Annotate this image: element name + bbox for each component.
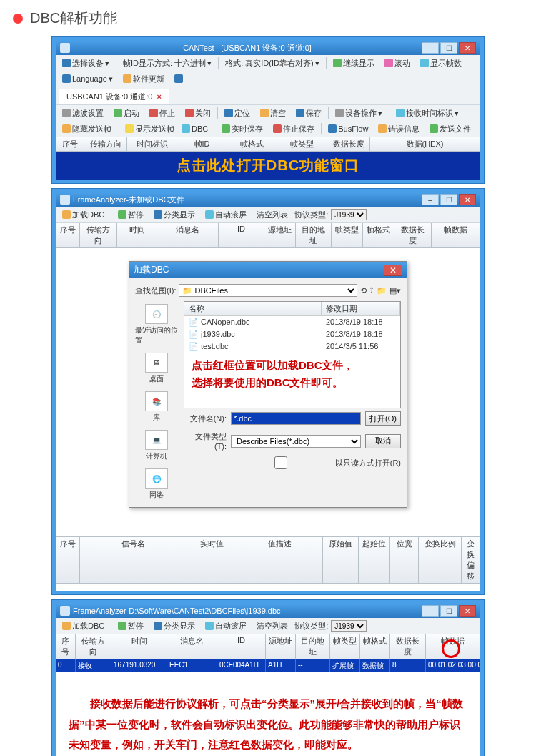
proto-select[interactable]: J1939: [331, 620, 367, 632]
help-button[interactable]: [171, 72, 187, 85]
file-row[interactable]: 📄 CANopen.dbc2013/8/19 18:18: [184, 316, 400, 328]
device-ops-button[interactable]: 设备操作▾: [332, 107, 386, 119]
stop-save-button[interactable]: 停止保存: [269, 122, 318, 135]
save-button[interactable]: 保存: [292, 107, 325, 119]
close-button[interactable]: ✕: [459, 605, 476, 617]
maximize-button[interactable]: ☐: [440, 42, 457, 54]
highlight-circle-icon: [442, 639, 460, 658]
back-icon[interactable]: ⟲: [360, 286, 367, 295]
continue-button[interactable]: 继续显示: [329, 57, 378, 69]
dbc-button[interactable]: DBC: [179, 122, 211, 135]
page-title: DBC解析功能: [30, 9, 117, 28]
proto-label: 协议类型:: [294, 210, 328, 220]
readonly-label: 以只读方式打开(R): [335, 458, 401, 468]
app-icon: [60, 43, 70, 53]
busflow-button[interactable]: BusFlow: [324, 122, 372, 135]
col-type[interactable]: 帧类型: [277, 137, 327, 151]
column-headers: 序号 传输方向 时间 消息名 ID 源地址 目的地址 帧类型 帧格式 数据长度 …: [56, 223, 480, 248]
file-row[interactable]: 📄 test.dbc2014/3/5 11:56: [184, 340, 400, 353]
col-len[interactable]: 数据长度: [327, 137, 370, 151]
col-dir[interactable]: 传输方向: [84, 137, 127, 151]
maximize-button[interactable]: ☐: [440, 194, 457, 205]
language-button[interactable]: Language▾: [59, 72, 116, 85]
show-tx-button[interactable]: 显示发送帧: [122, 122, 177, 135]
toolbar-1: 选择设备▾ 帧ID显示方式: 十六进制 ▾ 格式: 真实ID(ID靠右对齐) ▾…: [56, 55, 480, 87]
column-headers: 序号 传输方向 时间 消息名 ID 源地址 目的地址 帧类型 帧格式 数据长度 …: [56, 634, 480, 659]
view-icon[interactable]: ▤▾: [389, 286, 401, 295]
autoscroll-button[interactable]: 自动滚屏: [202, 208, 250, 221]
stop-button[interactable]: 停止: [146, 107, 179, 119]
col-id[interactable]: 帧ID: [177, 137, 227, 151]
place-desktop[interactable]: 🖥桌面: [145, 353, 168, 384]
start-button[interactable]: 启动: [110, 107, 143, 119]
look-select[interactable]: 📁 DBCFiles: [179, 284, 357, 297]
open-button[interactable]: 打开(O): [365, 411, 401, 426]
up-icon[interactable]: ⤴: [369, 286, 374, 295]
load-dbc-button[interactable]: 加载DBC: [59, 619, 108, 632]
select-device-button[interactable]: 选择设备▾: [59, 57, 113, 69]
classify-button[interactable]: 分类显示: [150, 619, 199, 632]
signal-headers: 序号 信号名 实时值 值描述 原始值 起始位 位宽 变换比例 变换偏移: [56, 536, 480, 584]
readonly-checkbox[interactable]: [231, 456, 331, 469]
window-controls: – ☐ ✕: [422, 194, 476, 205]
window-controls: – ☐ ✕: [422, 605, 476, 617]
classify-button[interactable]: 分类显示: [150, 208, 199, 221]
recv-time-button[interactable]: 接收时间标识▾: [392, 107, 462, 119]
frame-count-button[interactable]: 显示帧数: [417, 57, 465, 69]
clearlist-button[interactable]: 清空列表: [253, 208, 292, 221]
proto-select[interactable]: J1939: [331, 209, 367, 220]
channel-tabs: USBCAN1 设备:0 通道:0×: [56, 87, 480, 105]
col-fmt[interactable]: 帧格式: [227, 137, 277, 151]
dialog-close-button[interactable]: ✕: [384, 265, 402, 276]
window-controls: – ☐ ✕: [422, 42, 476, 54]
close-button[interactable]: ✕: [459, 194, 476, 205]
locate-button[interactable]: 定位: [221, 107, 254, 119]
filter-button[interactable]: 滤波设置: [59, 107, 107, 119]
toolbar: 加载DBC 暂停 分类显示 自动滚屏 清空列表 协议类型: J1939: [56, 618, 480, 634]
place-network[interactable]: 🌐网络: [145, 468, 168, 500]
minimize-button[interactable]: –: [422, 194, 439, 205]
close2-button[interactable]: 关闭: [182, 107, 214, 119]
autoscroll-button[interactable]: 自动滚屏: [202, 619, 250, 632]
filecol-name[interactable]: 名称: [184, 302, 322, 315]
channel-tab[interactable]: USBCAN1 设备:0 通道:0×: [59, 89, 169, 104]
dialog-backdrop: 加载DBC ✕ 查找范围(I): 📁 DBCFiles ⟲ ⤴ 📁 ▤▾ 🕘最近…: [56, 248, 480, 536]
titlebar: FrameAnalyzer-D:\SoftWare\CANTest2\DBCFi…: [56, 604, 480, 618]
hide-tx-button[interactable]: 隐藏发送帧: [59, 122, 115, 135]
col-time[interactable]: 时间标识: [127, 137, 177, 151]
rt-save-button[interactable]: 实时保存: [218, 122, 267, 135]
newfolder-icon[interactable]: 📁: [377, 286, 387, 295]
frame-format-select[interactable]: 格式: 真实ID(ID靠右对齐) ▾: [222, 57, 322, 69]
toolbar: 加载DBC 暂停 分类显示 自动滚屏 清空列表 协议类型: J1939: [56, 207, 480, 223]
close-tab-icon[interactable]: ×: [157, 92, 161, 101]
clearlist-button[interactable]: 清空列表: [253, 619, 292, 632]
place-libraries[interactable]: 📚库: [145, 391, 168, 423]
update-button[interactable]: 软件更新: [119, 72, 168, 85]
scroll-button[interactable]: 滚动: [381, 57, 414, 69]
maximize-button[interactable]: ☐: [440, 605, 457, 617]
errinfo-button[interactable]: 错误信息: [374, 122, 423, 135]
clear-button[interactable]: 清空: [257, 107, 289, 119]
id-format-select[interactable]: 帧ID显示方式: 十六进制 ▾: [119, 57, 215, 69]
column-headers: 序号 传输方向 时间标识 帧ID 帧格式 帧类型 数据长度 数据(HEX): [56, 137, 480, 152]
place-recent[interactable]: 🕘最近访问的位置: [135, 304, 178, 345]
col-data[interactable]: 数据(HEX): [370, 137, 480, 151]
frame-row[interactable]: 0 接收 167191.0320 EEC1 0CF004A1H A1H -- 扩…: [56, 659, 480, 672]
minimize-button[interactable]: –: [422, 42, 439, 54]
filecol-date[interactable]: 修改日期: [322, 302, 400, 315]
cancel-button[interactable]: 取消: [365, 434, 401, 448]
load-dbc-button[interactable]: 加载DBC: [59, 208, 108, 221]
place-computer[interactable]: 💻计算机: [145, 430, 168, 461]
pause-button[interactable]: 暂停: [114, 208, 147, 221]
close-button[interactable]: ✕: [459, 42, 476, 54]
file-list[interactable]: 名称 修改日期 📄 CANopen.dbc2013/8/19 18:18📄 j1…: [184, 301, 401, 408]
dialog-title: 加载DBC: [134, 264, 384, 276]
dialog-tip: 点击红框位置可以加载DBC文件， 选择将要使用的DBC文件即可。: [184, 353, 400, 396]
sendfile-button[interactable]: 发送文件: [426, 122, 475, 135]
filename-input[interactable]: [231, 412, 361, 425]
pause-button[interactable]: 暂停: [114, 619, 147, 632]
file-row[interactable]: 📄 j1939.dbc2013/8/19 18:18: [184, 328, 400, 340]
minimize-button[interactable]: –: [422, 605, 439, 617]
col-seq[interactable]: 序号: [56, 137, 84, 151]
filetype-select[interactable]: Describe Files(*.dbc): [231, 435, 361, 448]
